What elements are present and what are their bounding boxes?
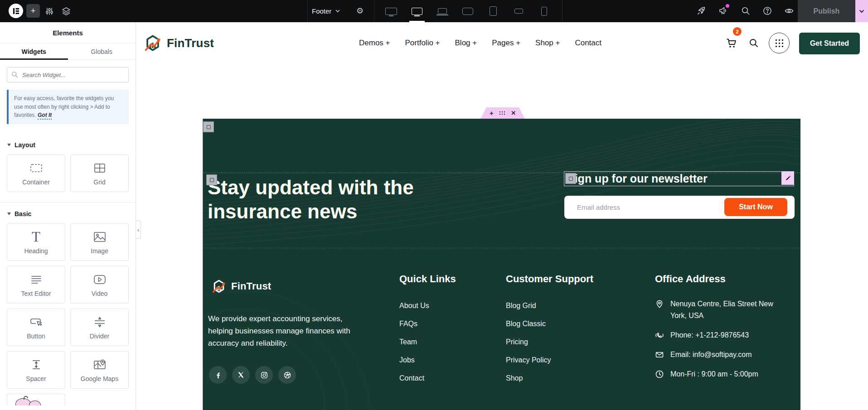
social-links bbox=[209, 366, 296, 384]
nav-item-contact[interactable]: Contact bbox=[575, 39, 601, 48]
widget-label: Text Editor bbox=[21, 290, 51, 297]
widget-container[interactable]: Container bbox=[7, 154, 65, 192]
column-title: Customer Support bbox=[506, 273, 593, 285]
elements-panel: Elements Widgets Globals For easy access… bbox=[0, 22, 136, 410]
newsletter-title: Sign up for our newsletter bbox=[567, 172, 708, 185]
widget-label: Grid bbox=[93, 178, 105, 186]
heading-drag-handle[interactable] bbox=[206, 174, 217, 185]
section-basic[interactable]: Basic bbox=[0, 210, 136, 217]
widget-drag-handle[interactable] bbox=[565, 173, 576, 184]
publish-options-button[interactable] bbox=[855, 0, 868, 22]
launchpad-rocket-icon[interactable] bbox=[696, 6, 706, 16]
tab-widgets[interactable]: Widgets bbox=[0, 43, 68, 59]
device-mobile-icon[interactable] bbox=[537, 0, 551, 22]
widget-google-maps[interactable]: Google Maps bbox=[70, 351, 129, 389]
apps-grid-button[interactable] bbox=[769, 33, 790, 53]
nav-item-demos[interactable]: Demos + bbox=[359, 39, 390, 48]
footer-logo[interactable]: FinTrust bbox=[211, 278, 271, 294]
fintrust-logo-icon bbox=[211, 278, 227, 294]
device-tablet-icon[interactable] bbox=[486, 0, 500, 22]
panel-collapse-handle[interactable]: ‹ bbox=[136, 221, 141, 239]
widget-heading[interactable]: T Heading bbox=[7, 223, 65, 261]
link-jobs[interactable]: Jobs bbox=[399, 356, 456, 364]
container-icon bbox=[29, 161, 44, 175]
document-switcher[interactable]: Footer bbox=[312, 0, 340, 22]
start-now-button[interactable]: Start Now bbox=[724, 198, 787, 216]
panel-title: Elements bbox=[0, 22, 136, 43]
nav-item-portfolio[interactable]: Portfolio + bbox=[405, 39, 440, 48]
link-faqs[interactable]: FAQs bbox=[399, 320, 456, 328]
link-blog-grid[interactable]: Blog Grid bbox=[506, 302, 593, 310]
email-input[interactable] bbox=[577, 196, 713, 219]
widget-text-editor[interactable]: Text Editor bbox=[7, 266, 65, 304]
footer-section[interactable]: Stay updated with the insurance news Sig… bbox=[203, 119, 800, 410]
site-settings-sliders-icon[interactable] bbox=[45, 7, 54, 16]
cart-icon[interactable] bbox=[725, 37, 737, 49]
delete-section-icon[interactable]: ✕ bbox=[511, 110, 516, 116]
widget-video[interactable]: Video bbox=[70, 266, 129, 304]
footer-heading[interactable]: Stay updated with the insurance news bbox=[208, 175, 475, 223]
facebook-icon[interactable] bbox=[209, 366, 227, 384]
link-team[interactable]: Team bbox=[399, 338, 456, 346]
device-mobile-landscape-icon[interactable] bbox=[512, 0, 525, 22]
link-shop[interactable]: Shop bbox=[506, 374, 593, 382]
got-it-link[interactable]: Got It bbox=[38, 112, 52, 120]
topbar-divider bbox=[562, 0, 563, 22]
office-hours: Mon-Fri : 9:00 am - 5:00pm bbox=[670, 368, 758, 380]
edit-widget-button[interactable] bbox=[781, 171, 794, 185]
nav-item-pages[interactable]: Pages + bbox=[492, 39, 520, 48]
office-email: Email: info@softipay.com bbox=[670, 349, 752, 361]
publish-button[interactable]: Publish bbox=[798, 0, 855, 22]
device-tablet-landscape-icon[interactable] bbox=[461, 0, 475, 22]
help-icon[interactable] bbox=[762, 6, 772, 16]
nav-item-shop[interactable]: Shop + bbox=[535, 39, 560, 48]
get-started-button[interactable]: Get Started bbox=[799, 33, 860, 54]
finder-search-icon[interactable] bbox=[741, 6, 751, 16]
link-privacy-policy[interactable]: Privacy Policy bbox=[506, 356, 593, 364]
document-settings-gear-icon[interactable]: ⚙ bbox=[356, 6, 364, 16]
office-address-row: Nenuya Centre, Elia Street New York, USA bbox=[655, 298, 791, 322]
dribbble-icon[interactable] bbox=[278, 366, 296, 384]
link-about-us[interactable]: About Us bbox=[399, 302, 456, 310]
widget-label: Google Maps bbox=[81, 375, 118, 382]
newsletter-title-widget[interactable]: Sign up for our newsletter bbox=[564, 171, 794, 186]
nav-item-blog[interactable]: Blog + bbox=[455, 39, 477, 48]
google-maps-icon bbox=[92, 357, 107, 372]
location-pin-icon bbox=[655, 299, 664, 309]
device-widescreen-icon[interactable] bbox=[384, 0, 398, 22]
search-icon bbox=[11, 71, 18, 78]
add-section-icon[interactable]: + bbox=[490, 110, 494, 116]
link-contact[interactable]: Contact bbox=[399, 374, 456, 382]
widget-spacer[interactable]: Spacer bbox=[7, 351, 65, 389]
drag-section-icon[interactable] bbox=[499, 111, 505, 115]
link-blog-classic[interactable]: Blog Classic bbox=[506, 320, 593, 328]
brand-name: FinTrust bbox=[167, 36, 214, 50]
preview-eye-icon[interactable] bbox=[784, 6, 794, 16]
header-search-icon[interactable] bbox=[749, 38, 759, 48]
x-twitter-icon[interactable] bbox=[232, 366, 250, 384]
widget-card-cutoff[interactable] bbox=[7, 394, 65, 405]
section-layout[interactable]: Layout bbox=[0, 141, 136, 149]
structure-layers-icon[interactable] bbox=[62, 7, 71, 16]
widget-button[interactable]: Button bbox=[7, 309, 65, 346]
tab-globals[interactable]: Globals bbox=[68, 43, 136, 59]
search-widget-input[interactable] bbox=[7, 67, 129, 82]
topbar-divider bbox=[307, 0, 308, 22]
link-pricing[interactable]: Pricing bbox=[506, 338, 593, 346]
widget-grid[interactable]: Grid bbox=[70, 154, 129, 192]
elementor-logo-icon[interactable] bbox=[9, 4, 23, 18]
section-drag-handle[interactable] bbox=[203, 121, 214, 132]
add-element-button[interactable]: + bbox=[26, 4, 40, 18]
office-phone: Phone: +1-212-9876543 bbox=[670, 329, 749, 341]
device-laptop-icon[interactable] bbox=[436, 0, 449, 22]
pencil-icon bbox=[785, 175, 791, 181]
device-desktop-icon[interactable] bbox=[410, 0, 424, 22]
instagram-icon[interactable] bbox=[255, 366, 273, 384]
illustration-detail bbox=[23, 395, 30, 401]
widget-divider[interactable]: Divider bbox=[70, 309, 129, 346]
site-logo[interactable]: FinTrust bbox=[143, 33, 214, 53]
footer-column-quick-links: Quick Links About Us FAQs Team Jobs Cont… bbox=[399, 273, 456, 382]
widget-image[interactable]: Image bbox=[70, 223, 129, 261]
clock-icon bbox=[655, 370, 664, 379]
basic-widgets: T Heading Image Text Editor bbox=[7, 223, 129, 405]
